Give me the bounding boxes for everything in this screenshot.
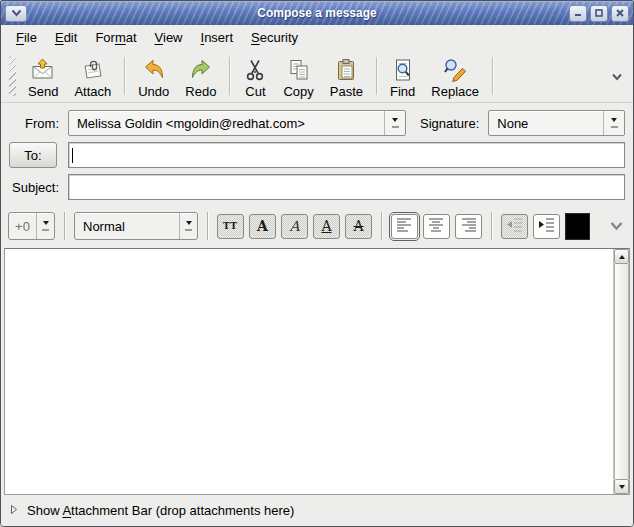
toolbar-separator <box>492 57 493 95</box>
cut-label: Cut <box>245 84 265 99</box>
chevron-down-icon <box>11 9 22 17</box>
strikethrough-toggle-button[interactable]: A <box>345 214 372 239</box>
compose-window: Compose a message File Edit Format <box>0 0 634 527</box>
undo-icon <box>142 57 166 84</box>
redo-icon <box>189 57 213 84</box>
message-headers: From: Melissa Goldin <mgoldin@redhat.com… <box>1 103 633 205</box>
paragraph-style-select[interactable]: Normal <box>74 212 198 240</box>
to-input[interactable] <box>68 142 625 168</box>
from-row: From: Melissa Goldin <mgoldin@redhat.com… <box>1 107 633 139</box>
subject-label: Subject: <box>9 180 59 195</box>
typewriter-icon: TT <box>223 222 238 231</box>
minimize-icon <box>573 8 583 18</box>
indent-button[interactable] <box>533 214 560 239</box>
font-size-select[interactable]: +0 <box>8 212 55 240</box>
to-button[interactable]: To: <box>9 142 57 168</box>
align-right-button[interactable] <box>455 214 482 239</box>
menu-format[interactable]: Format <box>86 27 145 48</box>
expander-triangle-icon <box>10 503 18 518</box>
menu-view[interactable]: View <box>146 27 192 48</box>
paragraph-style-value: Normal <box>75 219 179 234</box>
font-size-value: +0 <box>9 219 36 234</box>
find-button[interactable]: Find <box>382 52 423 100</box>
format-separator <box>207 212 208 240</box>
scroll-down-button[interactable] <box>614 479 629 494</box>
from-select[interactable]: Melissa Goldin <mgoldin@redhat.com> <box>68 110 406 136</box>
redo-button[interactable]: Redo <box>177 52 224 100</box>
bold-toggle-button[interactable]: A <box>249 214 276 239</box>
format-separator <box>64 212 65 240</box>
paste-icon <box>334 57 358 84</box>
maximize-button[interactable] <box>590 5 608 22</box>
copy-label: Copy <box>283 84 313 99</box>
paste-button[interactable]: Paste <box>322 52 371 100</box>
titlebar[interactable]: Compose a message <box>1 1 633 25</box>
menu-insert[interactable]: Insert <box>192 27 243 48</box>
subject-row: Subject: <box>1 171 633 203</box>
menu-security[interactable]: Security <box>242 27 307 48</box>
send-button[interactable]: Send <box>20 52 66 100</box>
italic-toggle-button[interactable]: A <box>281 214 308 239</box>
message-body-input[interactable] <box>5 249 613 494</box>
signature-select[interactable]: None <box>488 110 625 136</box>
from-value: Melissa Goldin <mgoldin@redhat.com> <box>69 116 384 131</box>
cut-button[interactable]: Cut <box>235 52 275 100</box>
format-overflow-chevron-icon[interactable] <box>609 217 624 235</box>
main-toolbar: Send Attach U <box>1 49 633 103</box>
close-icon <box>615 8 625 18</box>
signature-value: None <box>489 116 603 131</box>
menu-file[interactable]: File <box>7 27 46 48</box>
format-separator <box>381 212 382 240</box>
italic-icon: A <box>289 219 299 233</box>
unindent-icon <box>506 217 523 236</box>
replace-button[interactable]: Replace <box>423 52 487 100</box>
toolbar-separator <box>376 57 377 95</box>
arrow-down-icon <box>619 485 625 492</box>
toolbar-separator <box>229 57 230 95</box>
align-center-icon <box>428 217 445 236</box>
send-icon <box>30 57 56 84</box>
toolbar-drag-handle[interactable] <box>9 56 16 96</box>
window-menu-button[interactable] <box>5 5 27 22</box>
align-left-icon <box>396 217 413 236</box>
attach-button[interactable]: Attach <box>66 52 119 100</box>
find-icon <box>391 57 415 84</box>
toolbar-overflow-chevron-icon[interactable] <box>611 67 623 85</box>
dropdown-arrow-icon <box>179 213 197 239</box>
maximize-icon <box>594 8 604 18</box>
message-body-area <box>4 248 630 495</box>
send-label: Send <box>28 84 58 99</box>
typewriter-toggle-button[interactable]: TT <box>217 214 244 239</box>
dropdown-arrow-icon <box>36 213 54 239</box>
align-right-icon <box>460 217 477 236</box>
attachment-bar-toggle[interactable]: Show Attachment Bar (drop attachments he… <box>1 495 633 526</box>
arrow-up-icon <box>619 252 625 259</box>
cut-icon <box>243 57 267 84</box>
unindent-button[interactable] <box>501 214 528 239</box>
underline-toggle-button[interactable]: A <box>313 214 340 239</box>
vertical-scrollbar[interactable] <box>613 249 629 494</box>
signature-label: Signature: <box>420 116 479 131</box>
replace-label: Replace <box>431 84 479 99</box>
minimize-button[interactable] <box>569 5 587 22</box>
undo-button[interactable]: Undo <box>130 52 177 100</box>
align-left-button[interactable] <box>391 214 418 239</box>
menubar: File Edit Format View Insert Security <box>1 25 633 49</box>
close-button[interactable] <box>611 5 629 22</box>
replace-icon <box>442 57 468 84</box>
dropdown-arrow-icon <box>384 111 405 135</box>
scrollbar-thumb[interactable] <box>614 264 629 479</box>
menu-edit[interactable]: Edit <box>46 27 86 48</box>
format-toolbar: +0 Normal TT A A A A <box>1 205 633 247</box>
text-color-swatch[interactable] <box>565 213 590 240</box>
align-center-button[interactable] <box>423 214 450 239</box>
format-separator <box>491 212 492 240</box>
bold-icon: A <box>257 219 268 233</box>
undo-label: Undo <box>138 84 169 99</box>
strikethrough-icon: A <box>353 219 363 233</box>
subject-input[interactable] <box>68 174 625 200</box>
indent-icon <box>538 217 555 236</box>
dropdown-arrow-icon <box>603 111 624 135</box>
scroll-up-button[interactable] <box>614 249 629 264</box>
copy-button[interactable]: Copy <box>275 52 321 100</box>
